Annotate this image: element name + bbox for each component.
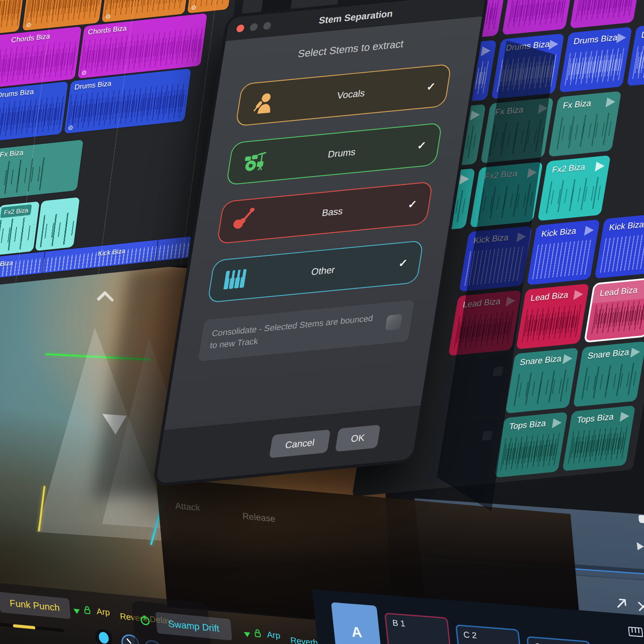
pad-c-sharp-2[interactable]: C# 2 bbox=[526, 636, 595, 644]
audio-clip-fx[interactable]: Fx Biza bbox=[0, 139, 83, 200]
patch-name-box[interactable]: Swamp Drift bbox=[156, 612, 232, 640]
grid-cell-tops[interactable]: Tops Biza bbox=[562, 406, 636, 472]
gear-icon[interactable]: ⚙ bbox=[190, 4, 197, 11]
grid-cell-kick[interactable]: Kick Biza bbox=[459, 226, 532, 292]
stem-label: Drums bbox=[277, 142, 406, 164]
attack-label: Attack bbox=[175, 500, 201, 513]
marketing-composite: ⚙ ⚙ ⚙ Chords Biza ⚙ Chords Biza ⚙ bbox=[0, 0, 644, 644]
grid-cell-snare[interactable]: Snare Biza bbox=[573, 341, 644, 407]
close-icon[interactable] bbox=[637, 600, 644, 613]
stop-square-icon[interactable] bbox=[492, 366, 504, 377]
grid-cell-lead[interactable]: Lead Biza bbox=[516, 283, 589, 349]
stem-label: Other bbox=[259, 259, 388, 282]
disclosure-triangle-icon[interactable] bbox=[244, 632, 250, 637]
gear-icon[interactable]: ⚙ bbox=[67, 124, 74, 131]
drums-icon bbox=[228, 148, 280, 175]
patch-name: Funk Punch bbox=[9, 598, 60, 613]
consolidate-checkbox[interactable] bbox=[385, 314, 402, 330]
check-icon[interactable]: ✓ bbox=[395, 197, 430, 212]
gear-icon[interactable]: ⚙ bbox=[25, 21, 32, 29]
consolidate-label: Consolidate - Selected Stems are bounced… bbox=[209, 311, 388, 352]
patch-name: Swamp Drift bbox=[168, 619, 220, 634]
consolidate-option[interactable]: Consolidate - Selected Stems are bounced… bbox=[198, 300, 414, 362]
audio-clip-fx2[interactable] bbox=[35, 197, 80, 251]
play-cursor-triangle[interactable] bbox=[103, 414, 127, 435]
release-label: Release bbox=[242, 511, 275, 524]
play-icon[interactable] bbox=[637, 542, 644, 550]
grid-cell-fx2[interactable]: Fx2 Biza bbox=[470, 162, 543, 228]
grid-cell-snare[interactable]: Snare Biza bbox=[505, 348, 578, 414]
ok-button[interactable]: OK bbox=[335, 424, 381, 451]
grid-cell-kick[interactable]: Kick Biza bbox=[527, 219, 600, 285]
volume-slider[interactable] bbox=[0, 622, 64, 632]
arp-label[interactable]: Arp bbox=[96, 607, 111, 618]
piano-keys-icon[interactable] bbox=[628, 627, 643, 638]
check-icon[interactable]: ✓ bbox=[414, 79, 448, 94]
grid-cell-drums[interactable]: Drums Biza bbox=[491, 33, 564, 99]
section-key-a[interactable]: A bbox=[331, 602, 382, 644]
pad-c2[interactable]: C 2 bbox=[455, 624, 524, 644]
piano-keys-icon bbox=[210, 267, 261, 291]
arp-toggle[interactable] bbox=[94, 628, 113, 644]
stem-option-bass[interactable]: Bass ✓ bbox=[217, 181, 433, 244]
stop-square-icon[interactable] bbox=[482, 431, 493, 441]
check-icon[interactable]: ✓ bbox=[404, 138, 439, 153]
disclosure-triangle-icon[interactable] bbox=[74, 609, 80, 614]
stem-option-vocals[interactable]: Vocals ✓ bbox=[235, 64, 452, 127]
grid-cell-lead[interactable]: Lead Biza bbox=[448, 290, 521, 356]
stop-square-icon[interactable] bbox=[638, 515, 644, 523]
lock-icon[interactable] bbox=[253, 628, 262, 638]
stem-label: Bass bbox=[268, 201, 397, 223]
grid-cell-tops[interactable]: Tops Biza bbox=[495, 412, 568, 478]
grid-cell-fx[interactable]: Fx Biza bbox=[480, 98, 554, 164]
bass-guitar-icon bbox=[219, 206, 271, 234]
audio-clip-drums[interactable]: Drums Biza ⚙ bbox=[0, 82, 68, 142]
gear-icon[interactable]: ⚙ bbox=[81, 69, 87, 76]
lock-icon[interactable] bbox=[83, 605, 92, 615]
stem-label: Vocals bbox=[287, 83, 415, 106]
grid-empty-slot[interactable] bbox=[427, 418, 500, 484]
stem-option-drums[interactable]: Drums ✓ bbox=[226, 123, 443, 185]
pad-b1[interactable]: B 1 bbox=[384, 612, 453, 644]
gear-icon[interactable]: ⚙ bbox=[105, 12, 111, 20]
cancel-button[interactable]: Cancel bbox=[269, 429, 331, 458]
grid-cell-drums[interactable]: Drums Biza bbox=[559, 27, 632, 93]
stem-option-other[interactable]: Other ✓ bbox=[207, 240, 424, 303]
grid-empty-slot[interactable] bbox=[438, 354, 511, 420]
vocals-icon bbox=[238, 89, 289, 116]
arrow-up-right-icon[interactable] bbox=[615, 597, 628, 610]
grid-cell-fx[interactable]: Fx Biza bbox=[548, 91, 621, 157]
grid-cell-fx2[interactable]: Fx2 Biza bbox=[537, 155, 611, 221]
check-icon[interactable]: ✓ bbox=[386, 255, 420, 271]
arp-label[interactable]: Arp bbox=[267, 630, 281, 641]
power-icon[interactable] bbox=[139, 614, 151, 627]
patch-name-box[interactable]: Funk Punch bbox=[0, 592, 71, 619]
